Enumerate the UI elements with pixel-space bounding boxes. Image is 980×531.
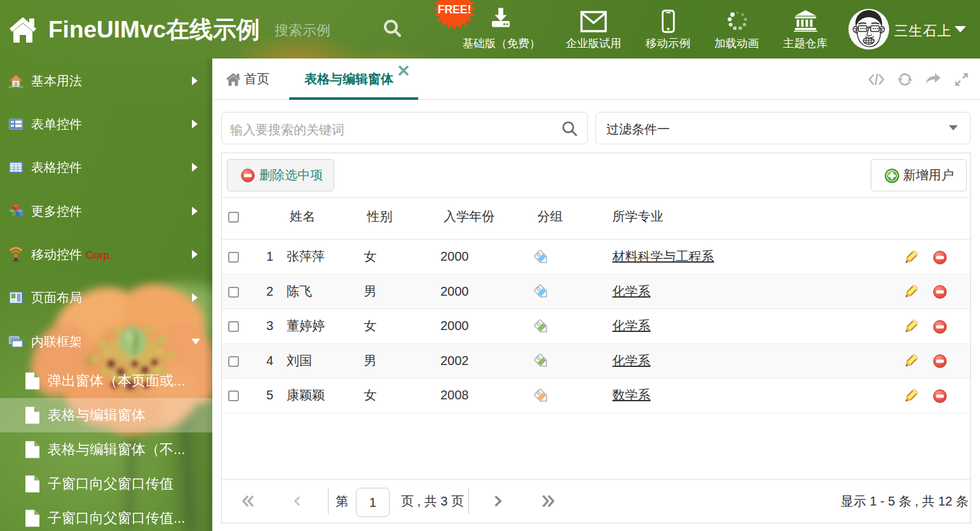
svg-text:FREE!: FREE! bbox=[438, 3, 472, 16]
